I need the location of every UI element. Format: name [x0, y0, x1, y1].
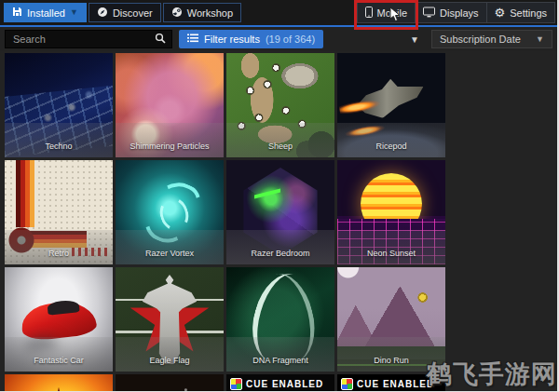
button-label: Settings: [510, 7, 547, 19]
chevron-down-icon: ▼: [70, 8, 78, 17]
tile-label: Techno: [5, 123, 113, 157]
filter-count: (19 of 364): [266, 34, 315, 45]
tile-label: Razer Bedroom: [226, 230, 334, 264]
window-buttons: Mobile Displays ⚙ Settings: [357, 2, 555, 23]
tile-label: Eagle Flag: [116, 337, 224, 372]
wallpaper-tile-sheep[interactable]: Sheep: [226, 53, 334, 157]
wallpaper-tile-dna-fragment[interactable]: DNA Fragment: [226, 267, 334, 372]
steam-icon: [171, 7, 183, 20]
wallpaper-tile-shimmering-particles[interactable]: Shimmering Particles: [116, 53, 224, 157]
wallpaper-grid: Techno Shimmering Particles Sheep Ricepo…: [0, 51, 557, 392]
wallpaper-tile-deep-space[interactable]: Deep Space: [116, 374, 224, 392]
tab-workshop[interactable]: Workshop: [163, 3, 241, 22]
wallpaper-tile-ricepod[interactable]: Ricepod: [337, 53, 445, 157]
wallpaper-tile-techno[interactable]: Techno: [5, 53, 113, 157]
mouse-cursor: [389, 7, 401, 24]
chevron-down-icon: ▼: [536, 34, 544, 44]
watermark-text: 鹤飞手游网: [427, 362, 557, 387]
wallpaper-tile-retro[interactable]: Retro: [5, 160, 113, 264]
cue-badge-text: CUE ENABLED: [357, 379, 434, 389]
mobile-button[interactable]: Mobile: [357, 2, 416, 23]
wallpaper-tile-fantastic-car[interactable]: Fantastic Car: [5, 267, 113, 372]
tile-label: DNA Fragment: [226, 337, 334, 372]
search-icon: [155, 31, 166, 47]
wallpaper-tile-razer-vortex[interactable]: Razer Vortex: [116, 160, 224, 264]
icue-logo-icon: [341, 378, 353, 390]
tab-label: Workshop: [187, 7, 233, 19]
wallpaper-tile-corsair-o-tron[interactable]: CUE ENABLED Corsair-O-Tron: [226, 374, 334, 392]
wallpaper-tile-demon-core[interactable]: Demon Core: [5, 374, 113, 392]
search-box: [5, 30, 172, 48]
tab-label: Installed: [27, 7, 65, 19]
wallpaper-tile-neon-sunset[interactable]: Neon Sunset: [337, 160, 445, 264]
sort-dropdown[interactable]: Subscription Date ▼: [431, 30, 552, 48]
compass-icon: [97, 7, 108, 20]
sort-selected-value: Subscription Date: [440, 34, 521, 45]
save-icon: [12, 7, 22, 19]
collapse-caret-icon[interactable]: ▼: [410, 34, 419, 45]
tile-label: Ricepod: [337, 123, 445, 157]
tile-label: Shimmering Particles: [116, 123, 224, 157]
tile-label: Sheep: [226, 123, 334, 157]
wallpaper-tile-eagle-flag[interactable]: Eagle Flag: [116, 267, 224, 372]
filter-results-button[interactable]: Filter results (19 of 364): [179, 30, 323, 48]
monitor-icon: [423, 7, 435, 20]
icue-logo-icon: [230, 378, 242, 390]
tab-installed[interactable]: Installed ▼: [4, 3, 87, 22]
filter-icon: [187, 34, 198, 45]
toolbar: Filter results (19 of 364) ▼ Subscriptio…: [0, 27, 557, 51]
tile-label: Fantastic Car: [5, 337, 113, 372]
wallpaper-tile-razer-bedroom[interactable]: Razer Bedroom: [226, 160, 334, 264]
tile-label: Neon Sunset: [337, 230, 445, 264]
tab-group: Installed ▼ Discover Workshop: [4, 3, 241, 22]
tab-discover[interactable]: Discover: [89, 3, 161, 22]
button-label: Displays: [440, 7, 479, 19]
displays-button[interactable]: Displays: [416, 2, 487, 23]
tab-label: Discover: [113, 7, 153, 19]
gear-icon: ⚙: [495, 7, 506, 19]
wallpaper-tile-dino-run[interactable]: Dino Run: [337, 267, 445, 372]
phone-icon: [365, 7, 373, 20]
tile-label: Retro: [5, 230, 113, 264]
filter-label: Filter results: [204, 34, 260, 45]
tile-label: Razer Vortex: [116, 230, 224, 264]
settings-button[interactable]: ⚙ Settings: [487, 2, 555, 23]
tab-bar: Installed ▼ Discover Workshop: [0, 0, 557, 25]
cue-badge-text: CUE ENABLED: [246, 379, 323, 389]
cue-enabled-badge: CUE ENABLED: [230, 378, 333, 390]
search-input[interactable]: [11, 33, 155, 46]
wallpaper-engine-window: Installed ▼ Discover Workshop: [0, 0, 559, 392]
